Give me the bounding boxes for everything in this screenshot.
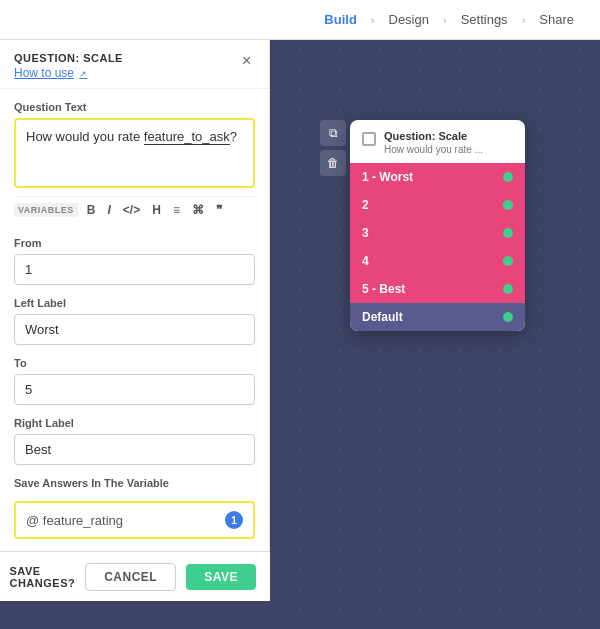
from-input[interactable] — [14, 254, 255, 285]
option-dot-0 — [503, 172, 513, 182]
top-nav: Build › Design › Settings › Share — [0, 0, 600, 40]
scale-option-label-0: 1 - Worst — [362, 170, 413, 184]
scale-options: 1 - Worst2345 - BestDefault — [350, 163, 525, 331]
right-label-input[interactable] — [14, 434, 255, 465]
scale-option-2[interactable]: 3 — [350, 219, 525, 247]
nav-items: Build › Design › Settings › Share — [314, 8, 584, 31]
toolbar-bold[interactable]: B — [84, 202, 99, 218]
save-changes-label: SAVE CHANGES? — [9, 565, 75, 589]
scale-option-5[interactable]: Default — [350, 303, 525, 331]
close-button[interactable]: × — [242, 52, 251, 70]
cancel-button[interactable]: CANCEL — [85, 563, 176, 591]
question-text-variable: feature_to_ask — [144, 129, 230, 145]
to-input[interactable] — [14, 374, 255, 405]
scale-option-label-1: 2 — [362, 198, 369, 212]
scale-option-3[interactable]: 4 — [350, 247, 525, 275]
scale-option-4[interactable]: 5 - Best — [350, 275, 525, 303]
left-label-label: Left Label — [14, 297, 255, 309]
question-text-after: ? — [230, 129, 237, 144]
save-answers-label: Save answers in the variable — [14, 477, 255, 489]
save-answers-badge: 1 — [225, 511, 243, 529]
nav-chevron-2: › — [443, 14, 447, 26]
card-checkbox — [362, 132, 376, 146]
nav-design[interactable]: Design — [379, 8, 439, 31]
scale-option-label-3: 4 — [362, 254, 369, 268]
nav-build[interactable]: Build — [314, 8, 367, 31]
bottom-bar: SAVE CHANGES? CANCEL SAVE — [0, 551, 270, 601]
toolbar-list[interactable]: ≡ — [170, 202, 183, 218]
right-canvas: ⧉ 🗑 Question: Scale How would you rate .… — [270, 40, 600, 629]
toolbar-italic[interactable]: I — [105, 202, 114, 218]
nav-chevron-3: › — [522, 14, 526, 26]
save-answers-input[interactable] — [26, 513, 225, 528]
toolbar-quote[interactable]: ❞ — [213, 202, 225, 218]
nav-chevron-1: › — [371, 14, 375, 26]
panel-body: Question text How would you rate feature… — [0, 89, 269, 551]
toolbar-code[interactable]: </> — [120, 202, 143, 218]
card-title: Question: Scale — [384, 130, 483, 142]
toolbar-heading[interactable]: H — [149, 202, 164, 218]
left-label-input[interactable] — [14, 314, 255, 345]
question-card: Question: Scale How would you rate ... 1… — [350, 120, 525, 331]
right-label-group: Right Label — [14, 417, 255, 465]
scale-option-label-2: 3 — [362, 226, 369, 240]
from-group: From — [14, 237, 255, 285]
panel-subtitle-link[interactable]: How to use ↗ — [14, 66, 255, 80]
toolbar-link[interactable]: ⌘ — [189, 202, 207, 218]
editor-toolbar: VARIABLES B I </> H ≡ ⌘ ❞ — [14, 196, 255, 223]
delete-button[interactable]: 🗑 — [320, 150, 346, 176]
right-label-label: Right Label — [14, 417, 255, 429]
to-label: To — [14, 357, 255, 369]
to-group: To — [14, 357, 255, 405]
save-answers-box: 1 — [14, 501, 255, 539]
panel-header: QUESTION: SCALE How to use ↗ × — [0, 40, 269, 89]
duplicate-button[interactable]: ⧉ — [320, 120, 346, 146]
scale-option-label-5: Default — [362, 310, 403, 324]
card-subtitle: How would you rate ... — [384, 144, 483, 155]
left-label-group: Left Label — [14, 297, 255, 345]
scale-option-label-4: 5 - Best — [362, 282, 405, 296]
main-content: QUESTION: SCALE How to use ↗ × Question … — [0, 40, 600, 629]
question-card-header: Question: Scale How would you rate ... — [350, 120, 525, 163]
option-dot-1 — [503, 200, 513, 210]
variables-tag[interactable]: VARIABLES — [14, 203, 78, 217]
scale-option-0[interactable]: 1 - Worst — [350, 163, 525, 191]
save-button[interactable]: SAVE — [186, 564, 256, 590]
scale-option-1[interactable]: 2 — [350, 191, 525, 219]
card-actions: ⧉ 🗑 — [320, 120, 346, 176]
question-text-before: How would you rate — [26, 129, 144, 144]
option-dot-2 — [503, 228, 513, 238]
option-dot-5 — [503, 312, 513, 322]
panel-title: QUESTION: SCALE — [14, 52, 255, 64]
how-to-use-link[interactable]: How to use — [14, 66, 74, 80]
question-text-box[interactable]: How would you rate feature_to_ask? — [14, 118, 255, 188]
nav-share[interactable]: Share — [529, 8, 584, 31]
left-panel-wrapper: QUESTION: SCALE How to use ↗ × Question … — [0, 40, 270, 629]
from-label: From — [14, 237, 255, 249]
left-panel: QUESTION: SCALE How to use ↗ × Question … — [0, 40, 270, 551]
option-dot-4 — [503, 284, 513, 294]
nav-settings[interactable]: Settings — [451, 8, 518, 31]
option-dot-3 — [503, 256, 513, 266]
external-link-icon: ↗ — [79, 69, 87, 79]
question-text-label: Question text — [14, 101, 255, 113]
